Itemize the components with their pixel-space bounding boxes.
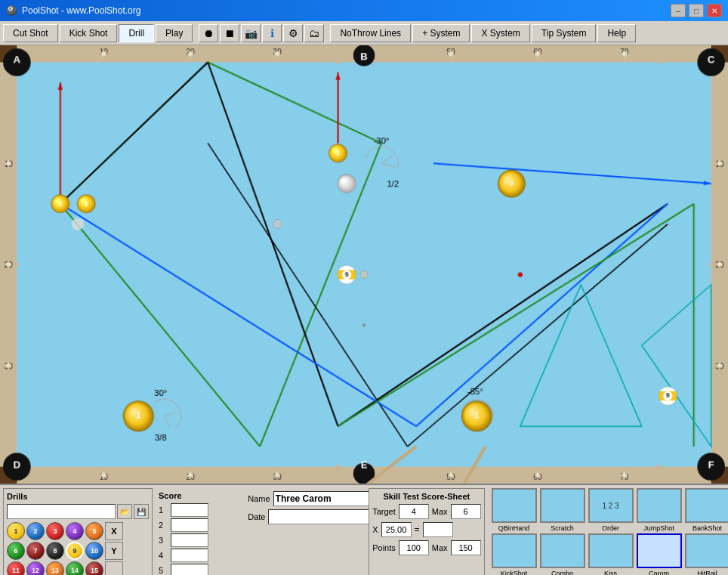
date-label: Date [248, 512, 265, 521]
ball-12-btn[interactable]: 12 [26, 561, 45, 575]
thumb-kickshot-img[interactable] [492, 533, 537, 568]
pool-table-canvas[interactable] [0, 45, 728, 484]
score-input-5[interactable] [171, 564, 208, 575]
ball-14-btn[interactable]: 14 [66, 561, 84, 575]
thumb-scratch: Scratch [539, 488, 586, 532]
ball-1-btn[interactable]: 1 [7, 522, 25, 540]
thumb-carom-img[interactable] [637, 533, 682, 568]
thumb-combo-img[interactable] [540, 533, 585, 568]
date-input[interactable] [268, 509, 377, 524]
max-input[interactable] [451, 504, 481, 519]
drill-button[interactable]: Drill [119, 24, 154, 42]
target-label: Target [372, 507, 396, 516]
ball-13-btn[interactable]: 13 [46, 561, 64, 575]
points-label: Points [372, 543, 396, 552]
empty-slot [105, 561, 123, 575]
camera-button[interactable]: 📷 [241, 24, 261, 42]
ball-15-btn[interactable]: 15 [85, 561, 103, 575]
plus-system-button[interactable]: + System [412, 24, 470, 42]
save-drill-button[interactable]: 💾 [134, 504, 149, 519]
thumb-combo-label: Combo [551, 570, 573, 575]
drills-search-input[interactable]: Three Carom [7, 504, 116, 519]
thumb-carom: Carom [636, 533, 683, 575]
thumb-scratch-img[interactable] [540, 488, 585, 523]
ball-2-btn[interactable]: 2 [26, 522, 45, 540]
namedate-section: Name Date Clear [245, 488, 366, 575]
thumb-carom-label: Carom [649, 570, 669, 575]
x-btn[interactable]: X [105, 522, 123, 540]
maximize-button[interactable]: □ [689, 4, 704, 17]
minimize-button[interactable]: – [671, 4, 686, 17]
thumb-jumpshot: JumpShot [636, 488, 683, 532]
ball-4-btn[interactable]: 4 [66, 522, 84, 540]
tip-system-button[interactable]: Tip System [532, 24, 597, 42]
bottom-panel: Drills Three Carom 📂 💾 1 2 3 4 5 X 6 7 8… [0, 484, 728, 575]
table-button[interactable]: 🗂 [304, 24, 324, 42]
settings-button[interactable]: ⚙ [283, 24, 303, 42]
thumb-hitrail-label: HitRail [697, 570, 717, 575]
max-label: Max [432, 507, 448, 516]
ball-5-btn[interactable]: 5 [85, 522, 103, 540]
help-button[interactable]: Help [597, 24, 636, 42]
thumb-hitrail-img[interactable] [685, 533, 728, 568]
x-system-button[interactable]: X System [471, 24, 529, 42]
x-result[interactable] [423, 522, 453, 537]
open-drill-button[interactable]: 📂 [117, 504, 132, 519]
close-button[interactable]: ✕ [707, 4, 722, 17]
skill-section: Skill Test Score-Sheet Target Max X = Po… [369, 488, 484, 575]
thumb-row-2: KickShot Combo Kiss Carom HitRail [491, 533, 728, 575]
skill-title: Skill Test Score-Sheet [372, 492, 480, 501]
thumb-scratch-label: Scratch [551, 524, 574, 532]
record-button[interactable]: ⏺ [199, 24, 218, 42]
thumb-kiss-label: Kiss [604, 570, 617, 575]
thumb-kiss-img[interactable] [588, 533, 634, 568]
score-input-1[interactable] [171, 503, 208, 517]
no-throw-button[interactable]: NoThrow Lines [330, 24, 411, 42]
ball-row-2: 6 7 8 9 10 Y [7, 542, 149, 560]
ball-7-btn[interactable]: 7 [26, 542, 45, 560]
score-title: Score [159, 491, 239, 500]
main-toolbar: Cut Shot Kick Shot Drill Play ⏺ ⏹ 📷 ℹ ⚙ … [0, 21, 728, 45]
eq-sign: = [415, 524, 420, 535]
thumbnails-section: QBinHand Scratch 1 2 3 Order JumpShot Ba… [491, 488, 728, 575]
ball-row-3: 11 12 13 14 15 [7, 561, 149, 575]
thumb-combo: Combo [539, 533, 586, 575]
thumb-qbinhand-img[interactable] [492, 488, 537, 523]
target-input[interactable] [399, 504, 429, 519]
info-button[interactable]: ℹ [262, 24, 282, 42]
ball-6-btn[interactable]: 6 [7, 542, 25, 560]
ball-3-btn[interactable]: 3 [46, 522, 64, 540]
ball-8-btn[interactable]: 8 [46, 542, 64, 560]
thumb-qbinhand-label: QBinHand [498, 524, 530, 532]
thumb-order-img[interactable]: 1 2 3 [588, 488, 634, 523]
titlebar: 🎱 PoolShot - www.PoolShot.org – □ ✕ [0, 0, 728, 21]
thumb-kickshot: KickShot [491, 533, 538, 575]
y-btn[interactable]: Y [105, 542, 123, 560]
drills-section: Drills Three Carom 📂 💾 1 2 3 4 5 X 6 7 8… [3, 488, 153, 575]
name-row: Name [248, 491, 362, 506]
pts-max-input[interactable] [451, 540, 481, 555]
thumb-bankshot-img[interactable] [685, 488, 728, 523]
thumb-jumpshot-img[interactable] [637, 488, 682, 523]
thumb-bankshot-label: BankShot [693, 524, 722, 532]
drills-label: Drills [7, 492, 149, 501]
points-input[interactable] [399, 540, 429, 555]
score-num-1: 1 [159, 505, 168, 515]
app-title: PoolShot - www.PoolShot.org [22, 5, 140, 16]
score-num-4: 4 [159, 551, 168, 560]
score-input-2[interactable] [171, 518, 208, 532]
score-input-3[interactable] [171, 533, 208, 547]
kick-shot-button[interactable]: Kick Shot [60, 24, 118, 42]
play-button[interactable]: Play [156, 24, 193, 42]
x-input[interactable] [381, 522, 412, 537]
score-input-4[interactable] [171, 549, 208, 562]
ball-9-btn[interactable]: 9 [66, 542, 84, 560]
name-label: Name [248, 494, 270, 503]
cut-shot-button[interactable]: Cut Shot [3, 24, 58, 42]
app-icon: 🎱 [6, 5, 17, 16]
ball-10-btn[interactable]: 10 [85, 542, 103, 560]
thumb-order: 1 2 3 Order [588, 488, 634, 532]
window-controls: – □ ✕ [671, 4, 722, 17]
ball-11-btn[interactable]: 11 [7, 561, 25, 575]
stop-button[interactable]: ⏹ [220, 24, 239, 42]
